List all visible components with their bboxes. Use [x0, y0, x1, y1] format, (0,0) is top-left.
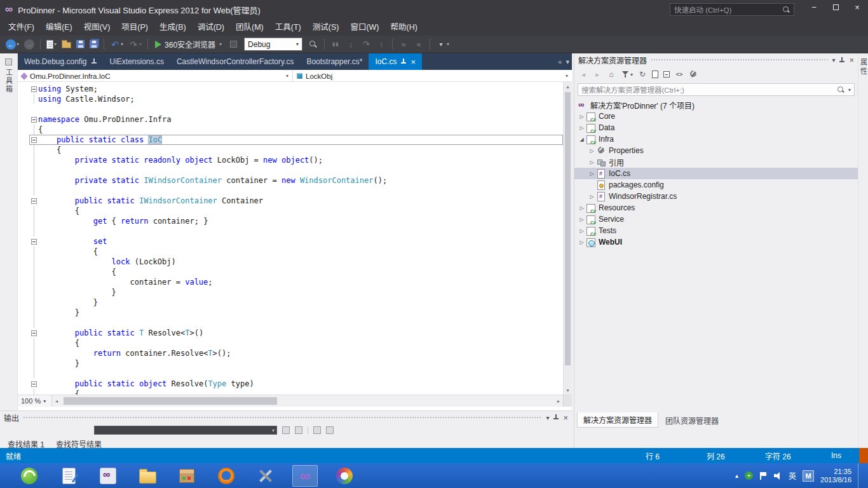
breakpoint-margin[interactable]	[18, 389, 29, 395]
minimize-button[interactable]: −	[803, 0, 825, 14]
scroll-up-icon[interactable]: ▴	[564, 82, 572, 91]
se-properties-button[interactable]	[687, 68, 700, 81]
taskbar-item-360-browser[interactable]	[17, 465, 42, 487]
menu-item-9[interactable]: 测试(S)	[307, 19, 345, 36]
expander-icon[interactable]: ▷	[588, 159, 596, 165]
solution-search-input[interactable]: 搜索解决方案资源管理器(Ctrl+;) ▾	[578, 83, 855, 96]
taskbar-item-firefox[interactable]	[214, 465, 239, 487]
se-filter-button[interactable]: ▾	[619, 68, 635, 81]
document-tab-UiExtensions.cs[interactable]: UiExtensions.cs	[104, 53, 170, 70]
taskbar-item-folder[interactable]	[135, 465, 160, 487]
expander-icon[interactable]: ▷	[578, 217, 586, 222]
code-line-12[interactable]: public static IWindsorContainer Containe…	[18, 196, 563, 206]
code-editor[interactable]: using System;using Castle.Windsor;namesp…	[18, 82, 572, 395]
start-debug-button[interactable]: 360安全浏览器▾	[152, 37, 225, 52]
breakpoint-margin[interactable]	[18, 287, 29, 297]
menu-item-6[interactable]: 调试(D)	[192, 19, 230, 36]
restore-button[interactable]	[825, 0, 846, 14]
code-line-6[interactable]: public static class IoC	[18, 135, 563, 145]
tree-node-WindsorRegistrar.cs[interactable]: ▷WindsorRegistrar.cs	[574, 191, 858, 202]
show-desktop-button[interactable]	[858, 463, 863, 488]
code-line-1[interactable]: using System;	[18, 84, 563, 94]
breakpoint-margin[interactable]	[18, 216, 29, 226]
ime-language-indicator[interactable]: 英	[789, 470, 796, 481]
breakpoint-margin[interactable]	[18, 338, 29, 348]
vertical-scrollbar[interactable]: ▴ ▾	[563, 82, 572, 395]
taskbar-item-visual-studio-purple[interactable]	[292, 465, 318, 487]
expander-icon[interactable]: ◢	[578, 137, 586, 142]
fold-marker-icon[interactable]	[31, 330, 37, 336]
tree-node-Resources[interactable]: ▷Resources	[574, 202, 858, 214]
document-tab-IoC.cs[interactable]: IoC.cs×	[369, 53, 422, 70]
scroll-right-icon[interactable]: ▸	[554, 395, 563, 407]
code-line-31[interactable]: {	[18, 389, 563, 395]
breakpoint-margin[interactable]	[18, 369, 29, 379]
document-overflow-button[interactable]: «	[558, 58, 562, 65]
se-home-button[interactable]	[605, 68, 618, 81]
quick-launch-input[interactable]: 快速启动 (Ctrl+Q)	[670, 3, 794, 16]
fold-marker-icon[interactable]	[31, 239, 37, 245]
document-tab-CastleWindsorControllerFactory.cs[interactable]: CastleWindsorControllerFactory.cs	[170, 53, 301, 70]
code-line-2[interactable]: using Castle.Windsor;	[18, 94, 563, 104]
type-selector-dropdown[interactable]: Omu.ProDinner.Infra.IoC ▾	[18, 70, 293, 82]
scrollbar-thumb[interactable]	[64, 397, 277, 405]
expander-icon[interactable]: ▷	[588, 171, 596, 177]
expander-icon[interactable]: ▷	[578, 228, 586, 234]
fold-marker-icon[interactable]	[31, 117, 37, 123]
active-files-dropdown-button[interactable]: ▾	[566, 58, 569, 66]
menu-item-5[interactable]: 生成(B)	[154, 19, 192, 36]
window-position-icon[interactable]: ▾	[832, 57, 835, 64]
breakpoint-margin[interactable]	[18, 155, 29, 165]
tree-node-Tests[interactable]: ▷Tests	[574, 225, 858, 236]
code-line-24[interactable]	[18, 318, 563, 328]
expander-icon[interactable]: ▷	[578, 114, 586, 119]
code-line-9[interactable]	[18, 165, 563, 175]
expander-icon[interactable]: ▷	[578, 125, 586, 131]
fold-marker-icon[interactable]	[31, 86, 37, 92]
se-view-code-button[interactable]	[673, 68, 686, 81]
navigate-back-button[interactable]: ▾	[4, 37, 21, 52]
breakpoint-margin[interactable]	[18, 379, 29, 389]
menu-item-2[interactable]: 编辑(E)	[40, 19, 78, 36]
breakpoint-margin[interactable]	[18, 308, 29, 318]
taskbar-item-visual-studio-dark[interactable]	[95, 465, 121, 487]
breakpoint-margin[interactable]	[18, 348, 29, 358]
code-line-28[interactable]: }	[18, 358, 563, 369]
code-line-17[interactable]: {	[18, 247, 563, 257]
breakpoint-margin[interactable]	[18, 267, 29, 277]
output-clear-icon[interactable]	[282, 426, 290, 434]
breakpoint-margin[interactable]	[18, 358, 29, 369]
breakpoint-margin[interactable]	[18, 277, 29, 287]
scroll-down-icon[interactable]: ▾	[564, 386, 572, 395]
code-line-7[interactable]: {	[18, 145, 563, 155]
new-file-button[interactable]: ▾	[44, 37, 58, 52]
menu-item-8[interactable]: 工具(T)	[269, 19, 307, 36]
breakpoint-margin[interactable]	[18, 104, 29, 114]
pin-icon[interactable]	[91, 58, 97, 65]
autohide-tab-toolbox[interactable]: 工具箱	[0, 53, 17, 93]
menu-item-3[interactable]: 视图(V)	[78, 19, 116, 36]
code-line-23[interactable]: }	[18, 308, 563, 318]
code-line-13[interactable]: {	[18, 206, 563, 216]
se-refresh-button[interactable]	[636, 68, 649, 81]
code-line-30[interactable]: public static object Resolve(Type type)	[18, 379, 563, 389]
expander-icon[interactable]: ▷	[588, 194, 596, 200]
code-line-18[interactable]: lock (LockObj)	[18, 257, 563, 267]
open-file-button[interactable]	[60, 37, 73, 52]
code-line-21[interactable]: }	[18, 287, 563, 297]
breakpoint-margin[interactable]	[18, 135, 29, 145]
code-line-5[interactable]: {	[18, 125, 563, 135]
undo-button[interactable]: ▾	[108, 37, 125, 52]
solution-configuration-combo[interactable]: Debug▾	[244, 37, 302, 51]
code-line-22[interactable]: }	[18, 297, 563, 308]
panel-tab-团队资源管理器[interactable]: 团队资源管理器	[660, 412, 724, 428]
clock[interactable]: 21:35 2013/8/16	[820, 468, 851, 484]
fold-marker-icon[interactable]	[31, 137, 37, 143]
code-line-4[interactable]: namespace Omu.ProDinner.Infra	[18, 114, 563, 125]
document-tab-Bootstrapper.cs-[interactable]: Bootstrapper.cs*	[300, 53, 369, 70]
breakpoint-margin[interactable]	[18, 125, 29, 135]
code-line-11[interactable]	[18, 186, 563, 196]
taskbar-item-package[interactable]	[174, 465, 200, 487]
code-line-8[interactable]: private static readonly object LockObj =…	[18, 155, 563, 165]
fold-marker-icon[interactable]	[31, 381, 37, 387]
